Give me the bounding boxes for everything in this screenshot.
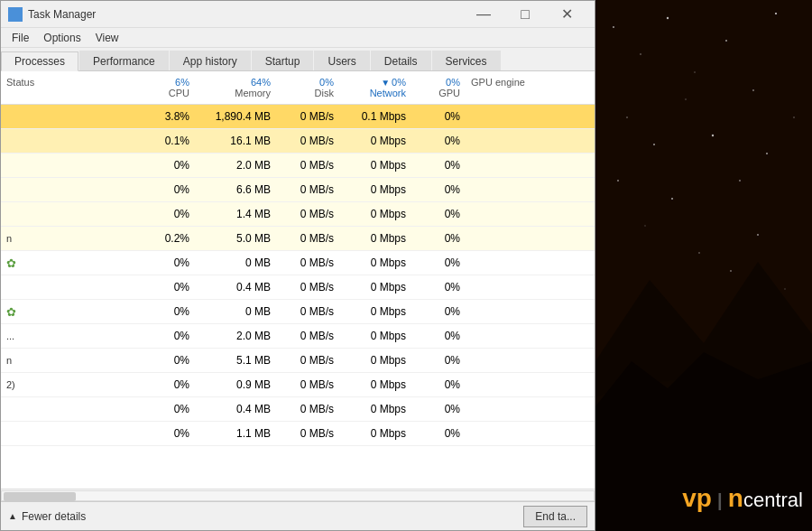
gpu-eng-cell xyxy=(466,163,595,168)
svg-point-12 xyxy=(626,116,628,118)
end-task-button[interactable]: End ta... xyxy=(523,506,587,527)
table-row[interactable]: 0%1.4 MB0 MB/s0 Mbps0% xyxy=(1,202,595,227)
table-row[interactable]: 0%1.1 MB0 MB/s0 Mbps0% xyxy=(1,422,595,446)
table-row[interactable]: n0%5.1 MB0 MB/s0 Mbps0% xyxy=(1,349,595,373)
table-row[interactable]: 0%0.4 MB0 MB/s0 Mbps0% xyxy=(1,275,595,300)
svg-rect-0 xyxy=(10,9,14,14)
svg-point-25 xyxy=(784,288,785,289)
menu-view[interactable]: View xyxy=(88,30,126,46)
col-status[interactable]: Status xyxy=(1,73,141,102)
svg-point-14 xyxy=(685,98,686,99)
disk-cell: 0 MB/s xyxy=(276,278,339,296)
col-gpu[interactable]: 0% GPU xyxy=(411,73,466,102)
cpu-cell: 0% xyxy=(141,424,195,442)
gpu-cell: 0% xyxy=(411,400,466,418)
table-row[interactable]: ✿0%0 MB0 MB/s0 Mbps0% xyxy=(1,251,595,275)
fewer-details-button[interactable]: ▲ Fewer details xyxy=(8,510,86,523)
net-cell: 0 Mbps xyxy=(339,254,411,272)
maximize-button[interactable]: □ xyxy=(504,1,546,28)
svg-point-18 xyxy=(793,116,795,118)
table-row[interactable]: 2)0%0.9 MB0 MB/s0 Mbps0% xyxy=(1,373,595,397)
net-cell: 0 Mbps xyxy=(339,205,411,223)
mem-cell: 5.0 MB xyxy=(195,229,276,247)
gpu-eng-cell xyxy=(466,333,595,339)
net-cell: 0 Mbps xyxy=(339,424,411,442)
mem-cell: 0.9 MB xyxy=(195,376,276,394)
svg-rect-3 xyxy=(16,15,21,20)
process-name-cell: n xyxy=(1,352,141,368)
bottom-bar: ▲ Fewer details End ta... xyxy=(1,501,595,530)
menu-file[interactable]: File xyxy=(5,30,36,46)
col-gpu-engine[interactable]: GPU engine xyxy=(466,73,595,102)
gpu-cell: 0% xyxy=(411,278,466,296)
svg-point-10 xyxy=(752,89,754,91)
sort-arrow-icon: ▼ xyxy=(381,78,390,88)
gpu-cell: 0% xyxy=(411,229,466,247)
col-network[interactable]: ▼ 0% Network xyxy=(339,73,411,102)
table-row[interactable]: 0.1%16.1 MB0 MB/s0 Mbps0% xyxy=(1,129,595,154)
menu-options[interactable]: Options xyxy=(36,30,88,46)
minimize-button[interactable]: — xyxy=(463,1,504,28)
disk-cell: 0 MB/s xyxy=(276,351,339,369)
svg-point-13 xyxy=(653,144,655,145)
svg-point-15 xyxy=(712,135,714,136)
mem-cell: 2.0 MB xyxy=(195,327,276,345)
tab-services[interactable]: Services xyxy=(432,51,501,70)
table-row[interactable]: ...0%2.0 MB0 MB/s0 Mbps0% xyxy=(1,324,595,349)
cpu-cell: 0.2% xyxy=(141,229,195,247)
cpu-cell: 0.1% xyxy=(141,132,195,150)
mem-cell: 0 MB xyxy=(195,254,276,272)
tab-processes[interactable]: Processes xyxy=(1,51,78,71)
table-row[interactable]: 0%0.4 MB0 MB/s0 Mbps0% xyxy=(1,397,595,422)
net-cell: 0 Mbps xyxy=(339,181,411,199)
table-row[interactable]: 0%6.6 MB0 MB/s0 Mbps0% xyxy=(1,178,595,202)
disk-cell: 0 MB/s xyxy=(276,303,339,321)
table-row[interactable]: ✿0%0 MB0 MB/s0 Mbps0% xyxy=(1,300,595,324)
net-cell: 0 Mbps xyxy=(339,400,411,418)
gpu-cell: 0% xyxy=(411,181,466,199)
disk-cell: 0 MB/s xyxy=(276,156,339,174)
gpu-eng-cell xyxy=(466,211,595,217)
svg-point-21 xyxy=(671,198,673,200)
mem-cell: 1.1 MB xyxy=(195,424,276,442)
tab-app-history[interactable]: App history xyxy=(170,51,251,70)
table-row[interactable]: 3.8%1,890.4 MB0 MB/s0.1 Mbps0% xyxy=(1,105,595,129)
mem-cell: 6.6 MB xyxy=(195,181,276,199)
table-row[interactable]: 0%2.0 MB0 MB/s0 Mbps0% xyxy=(1,154,595,178)
process-name-cell xyxy=(1,163,141,168)
disk-cell: 0 MB/s xyxy=(276,424,339,442)
wallpaper-image xyxy=(595,0,812,531)
svg-point-19 xyxy=(617,180,619,182)
gpu-eng-cell xyxy=(466,114,595,119)
task-manager-window: Task Manager — □ ✕ File Options View Pro… xyxy=(0,0,595,531)
col-cpu[interactable]: 6% CPU xyxy=(141,73,195,102)
svg-point-24 xyxy=(757,234,759,236)
process-name-cell: n xyxy=(1,230,141,247)
net-cell: 0 Mbps xyxy=(339,278,411,296)
svg-point-9 xyxy=(725,40,727,42)
svg-point-7 xyxy=(667,17,669,19)
net-cell: 0 Mbps xyxy=(339,303,411,321)
tab-bar: Processes Performance App history Startu… xyxy=(1,48,595,71)
gpu-cell: 0% xyxy=(411,303,466,321)
svg-point-6 xyxy=(640,53,641,55)
process-table[interactable]: 3.8%1,890.4 MB0 MB/s0.1 Mbps0%0.1%16.1 M… xyxy=(1,105,595,489)
tab-details[interactable]: Details xyxy=(371,51,431,70)
mem-cell: 0 MB xyxy=(195,303,276,321)
col-disk[interactable]: 0% Disk xyxy=(276,73,339,102)
tab-performance[interactable]: Performance xyxy=(79,51,169,70)
mem-cell: 1.4 MB xyxy=(195,205,276,223)
process-name-cell: ✿ xyxy=(1,303,141,321)
table-row[interactable]: n0.2%5.0 MB0 MB/s0 Mbps0% xyxy=(1,227,595,251)
svg-rect-2 xyxy=(10,15,14,20)
tab-users[interactable]: Users xyxy=(314,51,369,70)
close-button[interactable]: ✕ xyxy=(546,1,587,28)
process-name-cell xyxy=(1,406,141,412)
col-memory[interactable]: 64% Memory xyxy=(195,73,276,102)
chevron-down-icon: ▲ xyxy=(8,511,17,521)
net-cell: 0.1 Mbps xyxy=(339,107,411,126)
horizontal-scrollbar[interactable] xyxy=(1,489,595,501)
tab-startup[interactable]: Startup xyxy=(252,51,314,70)
net-cell: 0 Mbps xyxy=(339,132,411,150)
mem-cell: 5.1 MB xyxy=(195,351,276,369)
